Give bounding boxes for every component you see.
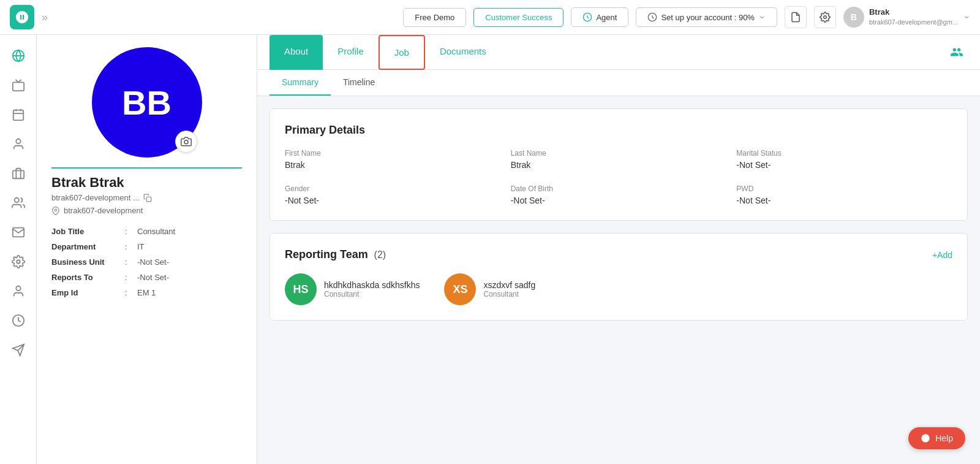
- logo-button[interactable]: [10, 5, 34, 29]
- member-name-xs: xszdxvf sadfg: [483, 280, 535, 290]
- job-title-label: Job Title: [51, 227, 125, 236]
- primary-details-grid: First Name Btrak Last Name Btrak Marital…: [285, 149, 952, 205]
- user-name: Btrak: [869, 7, 958, 18]
- reporting-team-count: (2): [374, 249, 386, 260]
- info-row-business-unit: Business Unit : -Not Set-: [51, 254, 242, 270]
- reporting-team-title: Reporting Team: [285, 248, 368, 261]
- reports-to-value: -Not Set-: [137, 273, 169, 282]
- tab-about[interactable]: About: [270, 35, 323, 70]
- svg-point-17: [184, 140, 188, 144]
- svg-point-12: [17, 260, 20, 264]
- employee-location: btrak607-development: [64, 206, 143, 215]
- gender-value: -Not Set-: [285, 196, 501, 205]
- employee-location-row: btrak607-development: [51, 206, 143, 215]
- svg-point-9: [16, 139, 20, 143]
- nav-expand-icon[interactable]: »: [42, 11, 48, 24]
- svg-point-1: [824, 16, 827, 19]
- setup-button[interactable]: Set up your account : 90%: [636, 7, 777, 27]
- tab-job[interactable]: Job: [379, 35, 425, 70]
- business-unit-label: Business Unit: [51, 257, 125, 267]
- info-row-emp-id: Emp Id : EM 1: [51, 285, 242, 300]
- field-first-name: First Name Btrak: [285, 149, 501, 170]
- sidebar-item-user2[interactable]: [5, 278, 32, 305]
- user-avatar: B: [843, 7, 864, 28]
- info-table: Job Title : Consultant Department : IT B…: [51, 224, 242, 300]
- copy-icon[interactable]: [143, 194, 152, 202]
- last-name-value: Btrak: [511, 160, 727, 170]
- user-email: btrak607-development@gm...: [869, 18, 958, 26]
- field-pwd: PWD -Not Set-: [736, 184, 952, 205]
- agent-button[interactable]: Agent: [571, 7, 628, 27]
- employee-name: Btrak Btrak: [51, 175, 124, 191]
- svg-rect-10: [12, 170, 23, 178]
- member-title-hs: Consultant: [324, 290, 420, 299]
- field-dob: Date Of Birth -Not Set-: [511, 184, 727, 205]
- location-icon: [51, 207, 60, 215]
- sub-tab-bar: Summary Timeline: [257, 70, 980, 96]
- last-name-label: Last Name: [511, 149, 727, 158]
- department-label: Department: [51, 242, 125, 251]
- info-row-reports-to: Reports To : -Not Set-: [51, 270, 242, 285]
- marital-status-label: Marital Status: [736, 149, 952, 158]
- dob-label: Date Of Birth: [511, 184, 727, 193]
- chevron-down-icon: [963, 13, 970, 21]
- pwd-value: -Not Set-: [736, 196, 952, 205]
- main-wrapper: BB Btrak Btrak btrak607-development ... …: [37, 35, 980, 464]
- sidebar-item-settings[interactable]: [5, 248, 32, 275]
- svg-rect-4: [12, 82, 23, 91]
- svg-rect-18: [146, 197, 151, 202]
- member-avatar-xs: XS: [444, 273, 476, 305]
- tab-profile[interactable]: Profile: [323, 35, 379, 70]
- team-member-xs: XS xszdxvf sadfg Consultant: [444, 273, 535, 305]
- right-panel: About Profile Job Documents Summary Time…: [257, 35, 980, 464]
- sidebar-item-team[interactable]: [5, 189, 32, 216]
- job-title-value: Consultant: [137, 227, 175, 236]
- user-info[interactable]: B Btrak btrak607-development@gm...: [843, 7, 970, 28]
- left-panel: BB Btrak Btrak btrak607-development ... …: [37, 35, 257, 464]
- member-title-xs: Consultant: [483, 290, 535, 299]
- avatar-container: BB: [92, 47, 202, 158]
- sidebar-item-mail[interactable]: [5, 219, 32, 246]
- team-view-button[interactable]: [946, 41, 968, 63]
- field-last-name: Last Name Btrak: [511, 149, 727, 170]
- member-name-hs: hkdhkdhaskda sdkhsfkhs: [324, 280, 420, 290]
- department-value: IT: [137, 242, 145, 251]
- business-unit-value: -Not Set-: [137, 257, 169, 267]
- sub-tab-summary[interactable]: Summary: [270, 70, 331, 96]
- pwd-label: PWD: [736, 184, 952, 193]
- emp-id-label: Emp Id: [51, 288, 125, 297]
- sidebar-item-send[interactable]: [5, 337, 32, 363]
- employee-email-row: btrak607-development ...: [51, 193, 152, 202]
- team-member-hs: HS hkdhkdhaskda sdkhsfkhs Consultant: [285, 273, 420, 305]
- sidebar-item-clock[interactable]: [5, 307, 32, 334]
- info-row-department: Department : IT: [51, 239, 242, 254]
- sidebar-item-tv[interactable]: [5, 72, 32, 99]
- free-demo-button[interactable]: Free Demo: [403, 8, 466, 27]
- reporting-header: Reporting Team (2) +Add: [285, 248, 952, 261]
- sidebar-item-globe[interactable]: [5, 42, 32, 69]
- primary-details-title: Primary Details: [285, 124, 952, 137]
- tab-documents[interactable]: Documents: [425, 35, 501, 70]
- reports-to-label: Reports To: [51, 273, 125, 282]
- sidebar-item-person[interactable]: [5, 131, 32, 158]
- customer-success-button[interactable]: Customer Success: [473, 8, 564, 27]
- reporting-team-card: Reporting Team (2) +Add HS hkdhkdhaskda …: [270, 233, 968, 321]
- member-avatar-hs: HS: [285, 273, 317, 305]
- help-icon: [921, 433, 930, 443]
- document-icon-btn[interactable]: [785, 6, 807, 28]
- sub-tab-timeline[interactable]: Timeline: [331, 70, 387, 96]
- camera-button[interactable]: [175, 131, 197, 153]
- avatar-initials: BB: [122, 83, 172, 123]
- sidebar-item-calendar[interactable]: [5, 101, 32, 128]
- settings-icon-btn[interactable]: [814, 6, 836, 28]
- tab-bar: About Profile Job Documents: [257, 35, 980, 70]
- svg-point-13: [16, 286, 20, 291]
- help-button[interactable]: Help: [908, 427, 965, 449]
- setup-label: Set up your account : 90%: [661, 13, 754, 22]
- profile-divider: [51, 167, 242, 169]
- sidebar: [0, 35, 37, 464]
- sidebar-item-briefcase[interactable]: [5, 160, 32, 187]
- emp-id-value: EM 1: [137, 288, 156, 297]
- add-member-button[interactable]: +Add: [932, 250, 952, 260]
- field-gender: Gender -Not Set-: [285, 184, 501, 205]
